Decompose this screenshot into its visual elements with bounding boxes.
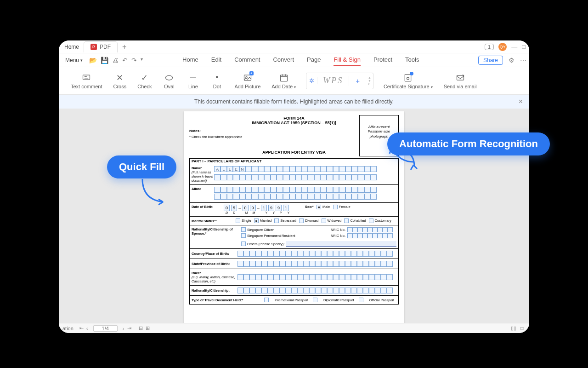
- tab-pdf[interactable]: P PDF: [84, 41, 118, 52]
- cross-button[interactable]: ✕Cross: [108, 73, 131, 89]
- avatar[interactable]: QY: [498, 43, 507, 51]
- last-page-button[interactable]: ⇥: [126, 325, 133, 331]
- next-page-button[interactable]: ›: [121, 326, 126, 331]
- nationality-field[interactable]: [237, 288, 393, 293]
- view-mode-button[interactable]: ▯▯: [509, 325, 518, 331]
- tab-app-home[interactable]: Home: [182, 54, 198, 66]
- name-row: Name:(Full name as shown in travel docum…: [189, 164, 399, 185]
- country-field[interactable]: [237, 251, 393, 257]
- dob-d2[interactable]: 5: [231, 205, 237, 211]
- titlebar: Home P PDF + 1 QY — □: [59, 40, 529, 53]
- add-signature-button[interactable]: +: [349, 77, 366, 85]
- text-comment-button[interactable]: Text comment: [66, 73, 107, 89]
- country-row: Country/Place of Birth:: [189, 249, 399, 259]
- add-date-button[interactable]: Add Date ▾: [267, 73, 300, 89]
- sex-male-checkbox[interactable]: [317, 205, 321, 209]
- tab-page[interactable]: Page: [307, 54, 321, 66]
- pdf-page: Affix a recentPassport-sizephotograph FO…: [184, 111, 404, 325]
- others-input[interactable]: [286, 241, 396, 247]
- nric1[interactable]: [347, 227, 393, 232]
- sex-female-checkbox[interactable]: [333, 205, 338, 209]
- zoom-out-button[interactable]: ⊟: [137, 325, 144, 331]
- check-button[interactable]: ✓Check: [133, 73, 156, 89]
- dot-button[interactable]: •Dot: [206, 73, 228, 89]
- dob-m2[interactable]: 9: [250, 205, 256, 211]
- main-tabs: Home Edit Comment Convert Page Fill & Si…: [182, 54, 419, 66]
- print-icon[interactable]: 🖨: [112, 57, 119, 64]
- travel-off-checkbox[interactable]: [359, 298, 363, 302]
- open-icon[interactable]: 📂: [89, 57, 97, 64]
- travel-intl-checkbox[interactable]: [264, 298, 269, 302]
- maximize-button[interactable]: □: [522, 43, 526, 50]
- travel-dipl-checkbox[interactable]: [313, 298, 317, 302]
- more-icon[interactable]: ⋯: [520, 57, 526, 64]
- tab-count[interactable]: 1: [485, 44, 494, 50]
- certificate-signature-button[interactable]: Certificate Signature ▾: [379, 73, 437, 89]
- reading-mode-button[interactable]: ▭: [518, 325, 526, 331]
- svg-rect-0: [83, 75, 90, 80]
- undo-icon[interactable]: ↶: [122, 57, 128, 64]
- qat-more-icon[interactable]: ▾: [141, 57, 143, 64]
- dob-row: Date of Birth: 0 5 – 0 9 – 1 9 9 1: [189, 203, 399, 217]
- name-field[interactable]: ALLEN: [214, 166, 396, 183]
- tab-fill-sign[interactable]: Fill & Sign: [334, 54, 361, 66]
- svg-point-1: [166, 75, 173, 80]
- state-field[interactable]: [237, 261, 393, 267]
- nationality-row: Nationality/Citizenship:: [189, 286, 399, 296]
- alias-field[interactable]: [214, 187, 396, 201]
- dob-y3[interactable]: 9: [276, 205, 282, 211]
- signature-settings-icon[interactable]: ✲: [306, 77, 317, 84]
- ribbon-fill-sign: Text comment ✕Cross ✓Check Oval Line •Do…: [59, 67, 529, 95]
- svg-point-10: [407, 77, 409, 80]
- line-button[interactable]: Line: [182, 73, 204, 89]
- add-tab-button[interactable]: +: [122, 43, 126, 51]
- tab-tools[interactable]: Tools: [405, 54, 419, 66]
- tab-home[interactable]: Home: [62, 41, 84, 52]
- status-mode: ation: [62, 326, 74, 331]
- notice-close-button[interactable]: ×: [519, 98, 523, 106]
- callout-quick-fill: Quick Fill: [107, 155, 176, 178]
- statusbar: ation ⇤ ‹ 1/4 › ⇥ ⊟ ⊞ ▯▯ ▭: [59, 323, 529, 333]
- oval-button[interactable]: Oval: [158, 73, 180, 89]
- add-picture-button[interactable]: +Add Picture: [230, 73, 265, 89]
- prev-page-button[interactable]: ‹: [85, 326, 90, 331]
- signature-preview[interactable]: WPS: [317, 76, 349, 86]
- tab-pdf-label: PDF: [100, 44, 111, 50]
- send-via-email-button[interactable]: Send via email: [439, 73, 481, 89]
- app-window: Home P PDF + 1 QY — □ Menu▾ 📂 💾 🖨 ↶ ↷ ▾ …: [59, 40, 529, 333]
- menubar: Menu▾ 📂 💾 🖨 ↶ ↷ ▾ Home Edit Comment Conv…: [59, 53, 529, 67]
- minimize-button[interactable]: —: [511, 43, 517, 50]
- dob-m1[interactable]: 0: [243, 205, 249, 211]
- signature-selector[interactable]: ✲ WPS + ▲▼▾: [306, 73, 373, 89]
- tab-protect[interactable]: Protect: [373, 54, 392, 66]
- tab-comment[interactable]: Comment: [234, 54, 260, 66]
- callout-auto-form-recognition: Automatic Form Recognition: [387, 132, 550, 155]
- first-page-button[interactable]: ⇤: [78, 325, 85, 331]
- tab-convert[interactable]: Convert: [273, 54, 294, 66]
- spouse-row: Nationality/Citizenship of Spouse:* Sing…: [189, 225, 399, 249]
- quick-access-toolbar: 📂 💾 🖨 ↶ ↷ ▾: [86, 57, 146, 64]
- dob-y1[interactable]: 1: [261, 205, 267, 211]
- spouse-citizen-checkbox[interactable]: [241, 227, 246, 232]
- race-row: Race:(e.g. Malay, Indian, Chinese, Cauca…: [189, 269, 399, 286]
- dob-d1[interactable]: 0: [224, 205, 230, 211]
- spouse-pr-checkbox[interactable]: [241, 233, 246, 238]
- save-icon[interactable]: 💾: [101, 57, 108, 64]
- tab-edit[interactable]: Edit: [211, 54, 221, 66]
- race-field[interactable]: [237, 274, 393, 280]
- nric2[interactable]: [347, 233, 393, 238]
- redo-icon[interactable]: ↷: [131, 57, 137, 64]
- dob-y4[interactable]: 1: [283, 205, 289, 211]
- dob-y2[interactable]: 9: [268, 205, 274, 211]
- travel-row: Type of Travel Document Held:* Internati…: [189, 296, 399, 305]
- notice-text: This document contains fillable form fie…: [194, 98, 394, 105]
- spouse-others-checkbox[interactable]: [241, 242, 246, 246]
- page-number[interactable]: 1/4: [93, 325, 118, 332]
- share-button[interactable]: Share: [478, 56, 503, 65]
- menu-dropdown[interactable]: Menu▾: [62, 57, 86, 63]
- form-notice: This document contains fillable form fie…: [59, 95, 529, 109]
- settings-icon[interactable]: ⚙: [509, 57, 514, 64]
- signature-scroll[interactable]: ▲▼▾: [366, 76, 373, 86]
- zoom-in-button[interactable]: ⊞: [144, 325, 151, 331]
- part-header: PART I – PARTICULARS OF APPLICANT: [189, 158, 399, 164]
